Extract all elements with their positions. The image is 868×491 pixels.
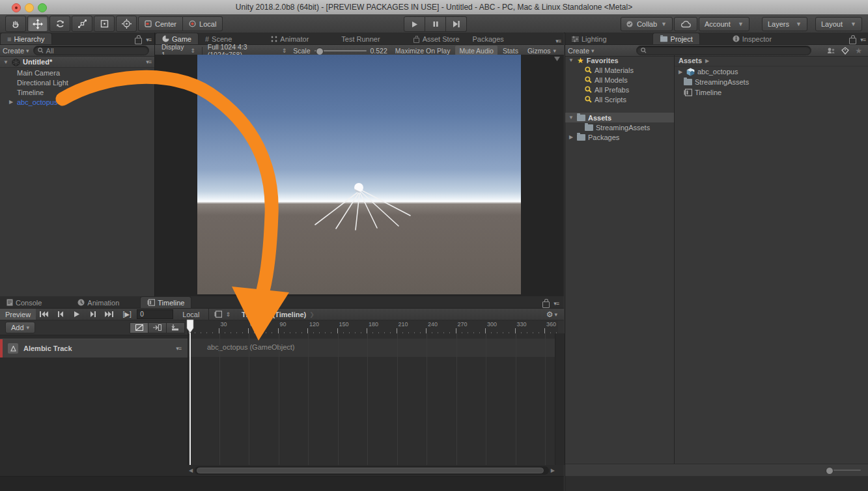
step-button[interactable] xyxy=(446,16,467,32)
preview-toggle[interactable]: Preview xyxy=(0,309,36,320)
scroll-right-icon[interactable]: ▶ xyxy=(551,468,555,473)
mix-mode-button[interactable] xyxy=(130,322,148,333)
breadcrumb[interactable]: Assets ▶ xyxy=(675,55,868,66)
layout-dropdown[interactable]: Layout ▼ xyxy=(815,17,862,31)
hand-tool-button[interactable] xyxy=(5,16,26,32)
timeline-ruler[interactable]: 306090120150180210240270300330360 xyxy=(188,320,558,335)
tab-asset-store[interactable]: Asset Store xyxy=(406,33,466,44)
hierarchy-item-directional-light[interactable]: Directional Light xyxy=(0,77,154,87)
panel-menu-icon[interactable]: ▾≡ xyxy=(553,300,559,307)
tab-test-runner[interactable]: Test Runner xyxy=(335,33,386,44)
zoom-button[interactable] xyxy=(38,3,47,12)
packages-folder-row[interactable]: ▶ Packages xyxy=(565,132,674,142)
tab-hierarchy[interactable]: ≡ Hierarchy xyxy=(0,33,52,44)
scroll-down-icon[interactable] xyxy=(554,57,560,61)
alembic-track-header[interactable]: Alembic Track ▾≡ xyxy=(0,339,188,358)
foldout-closed-icon[interactable]: ▶ xyxy=(568,134,574,140)
scale-tool-button[interactable] xyxy=(72,16,92,32)
thumbnail-zoom-knob[interactable] xyxy=(826,467,833,475)
goto-start-button[interactable] xyxy=(36,309,52,320)
foldout-open-icon[interactable]: ▼ xyxy=(568,57,574,63)
hierarchy-item-timeline[interactable]: Timeline xyxy=(0,87,154,97)
rect-tool-button[interactable] xyxy=(94,16,115,32)
move-tool-button[interactable] xyxy=(27,16,48,32)
replace-mode-button[interactable] xyxy=(167,322,185,333)
favorite-all-materials[interactable]: All Materials xyxy=(565,65,674,75)
mute-audio-toggle[interactable]: Mute Audio xyxy=(455,46,497,55)
timeline-settings-button[interactable]: ⚙ ▾ xyxy=(546,310,564,319)
foldout-closed-icon[interactable]: ▶ xyxy=(8,99,14,105)
pivot-toggle-button[interactable]: Center xyxy=(138,16,183,31)
foldout-closed-icon[interactable]: ▶ xyxy=(677,69,684,75)
timeline-play-button[interactable] xyxy=(68,309,85,320)
file-abc-octopus[interactable]: ▶ abc_octopus xyxy=(675,66,868,77)
hierarchy-create-dropdown[interactable]: Create ▾ xyxy=(3,47,29,55)
playhead[interactable] xyxy=(186,319,194,465)
panel-menu-icon[interactable]: ▾≡ xyxy=(860,36,865,43)
maximize-on-play-toggle[interactable]: Maximize On Play xyxy=(391,46,455,55)
project-create-dropdown[interactable]: Create ▾ xyxy=(568,47,595,55)
scroll-left-icon[interactable]: ◀ xyxy=(189,468,193,473)
assets-folder-row[interactable]: ▼ Assets xyxy=(565,113,674,122)
lock-icon[interactable] xyxy=(849,38,856,44)
foldout-open-icon[interactable]: ▼ xyxy=(568,115,574,120)
scene-row[interactable]: ▼ Untitled* ▾≡ xyxy=(0,57,154,68)
favorites-row[interactable]: ▼ ★ Favorites xyxy=(565,55,674,65)
timeline-hscrollbar[interactable] xyxy=(195,466,549,475)
tab-lighting[interactable]: Lighting xyxy=(565,33,613,44)
streaming-assets-folder-row[interactable]: StreamingAssets xyxy=(565,122,674,132)
close-button[interactable] xyxy=(12,3,21,12)
frame-field[interactable]: 0 xyxy=(137,309,173,319)
tab-animation[interactable]: Animation xyxy=(71,297,126,308)
project-search-input[interactable] xyxy=(636,46,811,55)
play-button[interactable] xyxy=(404,16,425,32)
file-streaming-assets[interactable]: StreamingAssets xyxy=(675,77,868,87)
tab-inspector[interactable]: Inspector xyxy=(726,33,778,44)
lock-icon[interactable] xyxy=(542,302,550,308)
tab-timeline[interactable]: Timeline xyxy=(140,296,191,308)
pause-button[interactable] xyxy=(425,16,446,32)
timeline-vscrollbar[interactable] xyxy=(555,333,565,465)
lock-icon[interactable] xyxy=(135,38,142,44)
scene-menu-icon[interactable]: ▾≡ xyxy=(146,59,154,65)
rotation-toggle-button[interactable]: Local xyxy=(183,16,223,31)
cloud-button[interactable] xyxy=(674,17,697,31)
prev-frame-button[interactable] xyxy=(52,309,68,320)
foldout-open-icon[interactable]: ▼ xyxy=(3,59,9,65)
next-frame-button[interactable] xyxy=(85,309,101,320)
scale-slider-knob[interactable] xyxy=(316,48,324,55)
transform-tool-button[interactable] xyxy=(116,16,137,32)
stats-toggle[interactable]: Stats xyxy=(499,46,522,55)
favorite-all-prefabs[interactable]: All Prefabs xyxy=(565,85,674,94)
layers-dropdown[interactable]: Layers ▼ xyxy=(762,17,807,31)
ripple-mode-button[interactable] xyxy=(148,322,167,333)
tab-project[interactable]: Project xyxy=(652,33,700,44)
label-tag-icon[interactable] xyxy=(841,47,849,55)
gizmos-dropdown[interactable]: Gizmos ▾ xyxy=(524,46,560,55)
tab-console[interactable]: Console xyxy=(0,297,48,308)
scale-slider[interactable] xyxy=(315,50,367,51)
updown-arrow-icon[interactable]: ⇕ xyxy=(225,311,231,318)
panel-menu-icon[interactable]: ▾≡ xyxy=(555,38,561,44)
collab-dropdown[interactable]: Collab ▼ xyxy=(621,17,673,31)
reference-mode-dropdown[interactable]: Local xyxy=(173,311,208,318)
file-timeline[interactable]: Timeline xyxy=(675,87,868,98)
panel-menu-icon[interactable]: ▾≡ xyxy=(146,36,151,43)
add-track-button[interactable]: Add ▾ xyxy=(5,322,35,333)
favorite-star-icon[interactable]: ★ xyxy=(855,46,862,55)
rotate-tool-button[interactable] xyxy=(49,16,70,32)
favorite-all-models[interactable]: All Models xyxy=(565,75,674,85)
thumbnail-zoom-slider[interactable] xyxy=(827,470,861,471)
hierarchy-item-abc-octopus[interactable]: ▶ abc_octopus xyxy=(0,97,154,107)
favorite-all-scripts[interactable]: All Scripts xyxy=(565,94,674,104)
hierarchy-item-main-camera[interactable]: Main Camera xyxy=(0,68,154,77)
minimize-button[interactable] xyxy=(25,3,34,12)
play-range-toggle[interactable]: [▶] xyxy=(117,309,137,320)
timeline-lanes[interactable]: abc_octopus (GameObject) xyxy=(189,333,555,465)
timeline-selector-label[interactable]: Timeline (Timeline) xyxy=(242,311,306,318)
account-dropdown[interactable]: Account ▼ xyxy=(699,17,749,31)
package-visibility-icon[interactable] xyxy=(827,47,835,54)
timeline-selector-icon[interactable] xyxy=(214,311,222,318)
hierarchy-search-input[interactable]: All xyxy=(33,46,149,55)
goto-end-button[interactable] xyxy=(101,309,117,320)
